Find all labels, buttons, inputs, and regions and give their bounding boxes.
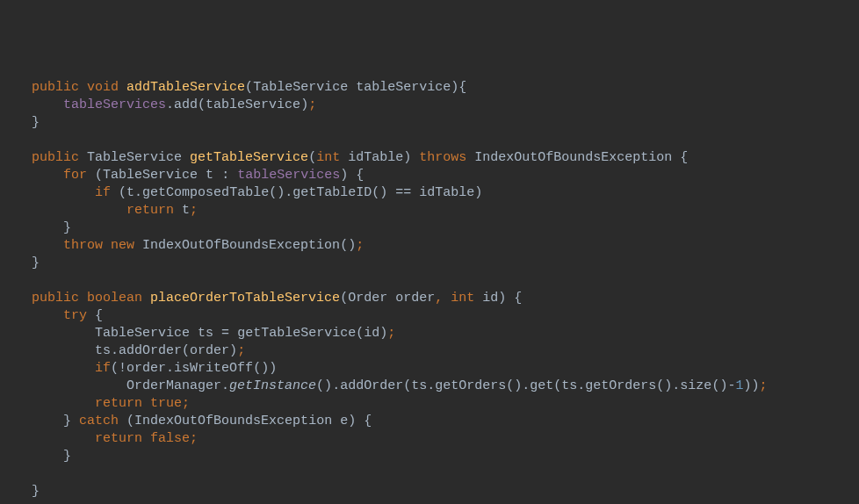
- code-line: }: [0, 256, 40, 270]
- code-line: throw new IndexOutOfBoundsException();: [0, 238, 364, 253]
- code-line: }: [0, 449, 71, 464]
- code-line: return false;: [0, 431, 198, 446]
- code-line: public boolean placeOrderToTableService(…: [0, 291, 522, 306]
- code-line: public void addTableService(TableService…: [0, 80, 466, 95]
- code-line: if (t.getComposedTable().getTableID() ==…: [0, 185, 482, 200]
- code-line: return true;: [0, 396, 190, 411]
- code-line: return t;: [0, 203, 198, 218]
- code-editor[interactable]: public void addTableService(TableService…: [0, 79, 859, 504]
- code-line: tableServices.add(tableService);: [0, 97, 316, 112]
- code-line: }: [0, 115, 40, 130]
- code-line: try {: [0, 308, 103, 323]
- code-line: public TableService getTableService(int …: [0, 150, 688, 165]
- code-line: }: [0, 220, 71, 235]
- code-line: for (TableService t : tableServices) {: [0, 168, 364, 183]
- code-line: ts.addOrder(order);: [0, 343, 245, 358]
- code-line: if(!order.isWriteOff()): [0, 361, 277, 376]
- code-line: }: [0, 484, 40, 499]
- code-line: OrderManager.getInstance().addOrder(ts.g…: [0, 378, 767, 393]
- code-line: TableService ts = getTableService(id);: [0, 326, 395, 341]
- code-line: } catch (IndexOutOfBoundsException e) {: [0, 414, 372, 428]
